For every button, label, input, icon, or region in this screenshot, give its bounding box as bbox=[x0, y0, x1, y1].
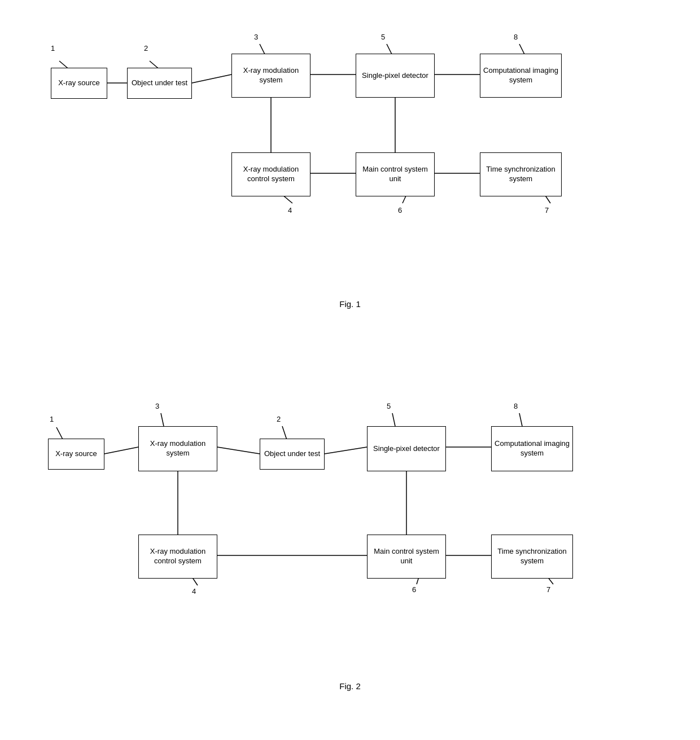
svg-line-25 bbox=[161, 413, 164, 426]
fig1-computational-imaging: Computational imaging system bbox=[480, 54, 562, 98]
svg-line-1 bbox=[192, 75, 231, 83]
fig2-xray-source: X-ray source bbox=[48, 439, 104, 470]
fig1-num2: 2 bbox=[144, 44, 148, 52]
fig2-diagram: 1 3 2 5 8 4 6 7 X-ray source X-ray modul… bbox=[40, 326, 660, 676]
fig1-xray-source: X-ray source bbox=[51, 68, 107, 99]
fig2-label: Fig. 2 bbox=[11, 681, 689, 691]
svg-line-18 bbox=[325, 447, 367, 454]
fig1-label: Fig. 1 bbox=[11, 299, 689, 309]
fig1-object-under-test: Object under test bbox=[127, 68, 192, 99]
fig2-main-control: Main control system unit bbox=[367, 535, 446, 579]
fig1-diagram: 1 2 3 5 8 4 6 7 X-ray source Object unde… bbox=[40, 11, 660, 294]
svg-line-16 bbox=[104, 447, 138, 454]
fig2-single-pixel-detector: Single-pixel detector bbox=[367, 426, 446, 471]
fig1-num5: 5 bbox=[381, 33, 385, 41]
fig1-xray-modulation-control: X-ray modulation control system bbox=[231, 152, 310, 196]
fig2-connections bbox=[40, 326, 660, 676]
svg-line-17 bbox=[217, 447, 260, 454]
svg-line-27 bbox=[392, 413, 395, 426]
fig2-num4: 4 bbox=[192, 587, 196, 595]
fig2-num6: 6 bbox=[412, 585, 416, 594]
svg-line-26 bbox=[282, 426, 287, 440]
fig1-num3: 3 bbox=[254, 33, 258, 41]
fig2-num1: 1 bbox=[50, 415, 54, 423]
fig2-num5: 5 bbox=[387, 402, 391, 410]
fig2-num7: 7 bbox=[546, 585, 550, 594]
svg-line-28 bbox=[519, 413, 522, 426]
diagram-container: 1 2 3 5 8 4 6 7 X-ray source Object unde… bbox=[11, 11, 689, 691]
fig1-connections bbox=[40, 11, 660, 294]
fig1-num8: 8 bbox=[514, 33, 518, 41]
fig2-num2: 2 bbox=[277, 415, 281, 423]
fig2-num8: 8 bbox=[514, 402, 518, 410]
fig2-num3: 3 bbox=[155, 402, 159, 410]
fig1-num7: 7 bbox=[545, 206, 549, 214]
fig1-num4: 4 bbox=[288, 206, 292, 214]
fig2-xray-modulation-control: X-ray modulation control system bbox=[138, 535, 217, 579]
fig1-num6: 6 bbox=[398, 206, 402, 214]
fig2-object-under-test: Object under test bbox=[260, 439, 325, 470]
fig2-computational-imaging: Computational imaging system bbox=[491, 426, 573, 471]
fig1-time-sync: Time synchronization system bbox=[480, 152, 562, 196]
fig1-num1: 1 bbox=[51, 44, 55, 52]
fig2-xray-modulation-system: X-ray modulation system bbox=[138, 426, 217, 471]
fig1-xray-modulation-system: X-ray modulation system bbox=[231, 54, 310, 98]
fig1-main-control: Main control system unit bbox=[356, 152, 435, 196]
fig1-single-pixel-detector: Single-pixel detector bbox=[356, 54, 435, 98]
fig2-time-sync: Time synchronization system bbox=[491, 535, 573, 579]
